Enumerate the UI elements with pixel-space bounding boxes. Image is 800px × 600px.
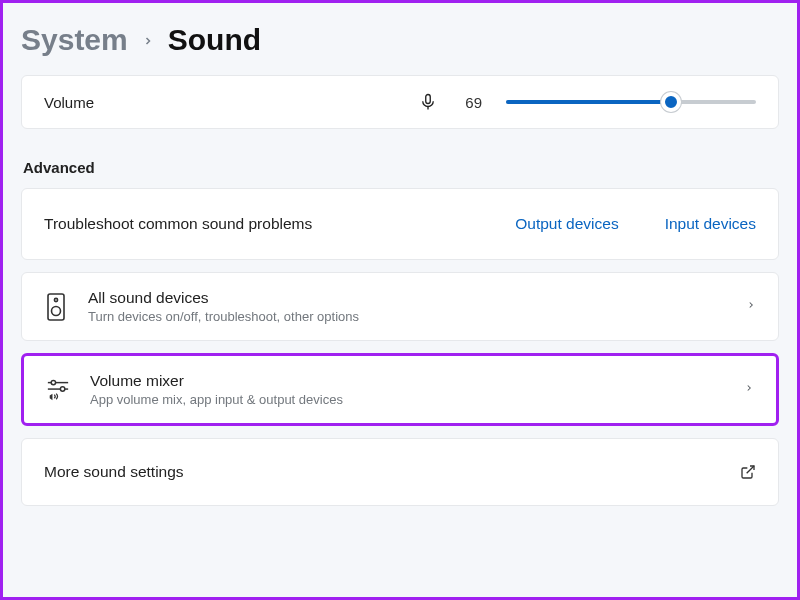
advanced-heading: Advanced bbox=[23, 159, 779, 176]
breadcrumb: System Sound bbox=[21, 23, 779, 57]
mixer-icon bbox=[46, 376, 70, 404]
breadcrumb-parent[interactable]: System bbox=[21, 23, 128, 57]
row-text: All sound devices Turn devices on/off, t… bbox=[88, 289, 726, 324]
all-devices-subtitle: Turn devices on/off, troubleshoot, other… bbox=[88, 309, 726, 324]
volume-mixer-subtitle: App volume mix, app input & output devic… bbox=[90, 392, 724, 407]
breadcrumb-current: Sound bbox=[168, 23, 261, 57]
settings-window: System Sound Volume 69 Ad bbox=[0, 0, 800, 600]
troubleshoot-card: Troubleshoot common sound problems Outpu… bbox=[21, 188, 779, 260]
chevron-right-icon bbox=[744, 381, 754, 399]
microphone-icon[interactable] bbox=[419, 93, 437, 111]
all-sound-devices-row[interactable]: All sound devices Turn devices on/off, t… bbox=[21, 272, 779, 341]
slider-knob[interactable] bbox=[661, 92, 681, 112]
volume-card: Volume 69 bbox=[21, 75, 779, 129]
troubleshoot-label: Troubleshoot common sound problems bbox=[44, 215, 312, 233]
more-settings-label: More sound settings bbox=[44, 463, 184, 481]
row-text: Volume mixer App volume mix, app input &… bbox=[90, 372, 724, 407]
all-devices-title: All sound devices bbox=[88, 289, 726, 307]
chevron-right-icon bbox=[142, 29, 154, 52]
troubleshoot-links: Output devices Input devices bbox=[515, 215, 756, 233]
svg-rect-0 bbox=[426, 95, 431, 104]
volume-value: 69 bbox=[465, 94, 482, 111]
chevron-right-icon bbox=[746, 298, 756, 316]
output-devices-link[interactable]: Output devices bbox=[515, 215, 618, 233]
content-area: System Sound Volume 69 Ad bbox=[3, 3, 797, 506]
volume-slider[interactable] bbox=[506, 92, 756, 112]
volume-mixer-row[interactable]: Volume mixer App volume mix, app input &… bbox=[21, 353, 779, 426]
volume-label: Volume bbox=[44, 94, 104, 111]
svg-point-6 bbox=[51, 381, 55, 385]
svg-point-3 bbox=[54, 298, 57, 301]
input-devices-link[interactable]: Input devices bbox=[665, 215, 756, 233]
external-link-icon bbox=[740, 464, 756, 480]
more-sound-settings-row[interactable]: More sound settings bbox=[21, 438, 779, 506]
svg-point-4 bbox=[52, 306, 61, 315]
svg-line-9 bbox=[747, 466, 754, 473]
volume-mixer-title: Volume mixer bbox=[90, 372, 724, 390]
speaker-device-icon bbox=[44, 293, 68, 321]
svg-point-8 bbox=[60, 387, 64, 391]
